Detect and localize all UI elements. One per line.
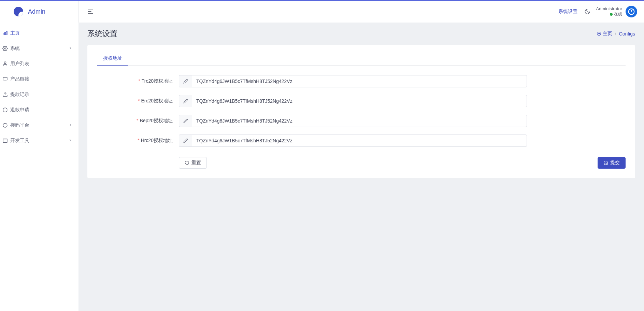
sidebar-item-refund[interactable]: 退款申请	[0, 102, 78, 117]
edit-icon	[179, 135, 192, 147]
window-icon	[2, 138, 8, 144]
sidebar-item-label: 提款记录	[10, 91, 29, 98]
form-row-bep20: *Bep20授权地址	[97, 115, 626, 127]
sidebar-item-system[interactable]: 系统	[0, 41, 78, 56]
svg-point-4	[4, 62, 6, 63]
edit-icon	[179, 95, 192, 107]
hrc20-address-input[interactable]	[192, 135, 527, 147]
trc20-address-input[interactable]	[192, 75, 527, 87]
chevron-right-icon	[68, 123, 72, 128]
theme-toggle-button[interactable]	[584, 9, 590, 15]
tab-auth-address[interactable]: 授权地址	[97, 52, 128, 66]
circle-icon	[2, 107, 8, 113]
settings-card: 授权地址 *Trc20授权地址 *Erc20授权地址	[87, 45, 635, 178]
submit-button[interactable]: 提交	[598, 157, 626, 169]
sidebar-item-product-link[interactable]: 产品链接	[0, 71, 78, 87]
form-row-hrc20: *Hrc20授权地址	[97, 135, 626, 147]
page-title: 系统设置	[87, 29, 117, 39]
sidebar-item-home[interactable]: 主页	[0, 25, 78, 41]
sidebar-item-label: 退款申请	[10, 107, 29, 113]
form-label: *Hrc20授权地址	[97, 138, 179, 144]
status-dot-online-icon	[610, 13, 613, 16]
dashboard-icon	[597, 31, 601, 36]
form-label: *Trc20授权地址	[97, 78, 179, 84]
form-row-trc20: *Trc20授权地址	[97, 75, 626, 87]
svg-rect-2	[6, 31, 7, 35]
sidebar-menu: 主页 系统 用户列表 产品链接 提款记录 退款申请	[0, 23, 78, 148]
sidebar-item-label: 产品链接	[10, 76, 29, 82]
sidebar-item-label: 主页	[10, 30, 20, 36]
svg-point-9	[3, 123, 7, 127]
brand-logo[interactable]: Admin	[0, 1, 78, 23]
sidebar: Admin 主页 系统 用户列表 产品链接 提款记录	[0, 1, 78, 311]
svg-rect-0	[3, 33, 4, 35]
user-name: Administrator	[596, 6, 622, 11]
svg-rect-5	[3, 77, 7, 80]
svg-rect-10	[3, 139, 7, 142]
menu-toggle-button[interactable]	[87, 8, 94, 15]
breadcrumb-current[interactable]: Configs	[619, 31, 635, 37]
breadcrumb: 主页 / Configs	[597, 31, 635, 37]
upload-icon	[2, 91, 8, 98]
svg-point-3	[4, 48, 6, 49]
sidebar-item-users[interactable]: 用户列表	[0, 56, 78, 71]
logo-mark-icon	[14, 7, 23, 16]
form-label: *Bep20授权地址	[97, 118, 179, 124]
sidebar-item-label: 开发工具	[10, 138, 29, 144]
gear-icon	[2, 45, 8, 52]
sidebar-item-devtools[interactable]: 开发工具	[0, 133, 78, 148]
user-icon	[2, 61, 8, 67]
circle-icon	[2, 122, 8, 128]
bep20-address-input[interactable]	[192, 115, 527, 127]
form-row-erc20: *Erc20授权地址	[97, 95, 626, 107]
avatar[interactable]	[626, 6, 637, 17]
chevron-right-icon	[68, 46, 72, 51]
chart-bar-icon	[2, 30, 8, 36]
edit-icon	[179, 115, 192, 127]
sidebar-item-label: 系统	[10, 45, 20, 52]
sidebar-item-sms[interactable]: 接码平台	[0, 117, 78, 133]
top-navbar: 系统设置 Administrator 在线	[78, 1, 644, 23]
undo-icon	[185, 160, 189, 165]
breadcrumb-separator: /	[615, 31, 616, 37]
brand-name: Admin	[28, 8, 45, 15]
edit-icon	[179, 75, 192, 87]
form-label: *Erc20授权地址	[97, 98, 179, 104]
sidebar-item-label: 用户列表	[10, 61, 29, 67]
tab-bar: 授权地址	[97, 52, 626, 66]
link-screen-icon	[2, 76, 8, 82]
save-icon	[603, 160, 608, 165]
user-menu[interactable]: Administrator 在线	[596, 6, 637, 17]
breadcrumb-home[interactable]: 主页	[597, 31, 612, 37]
reset-button[interactable]: 重置	[179, 157, 207, 169]
erc20-address-input[interactable]	[192, 95, 527, 107]
chevron-right-icon	[68, 138, 72, 143]
svg-rect-1	[5, 32, 6, 35]
nav-tab-settings[interactable]: 系统设置	[557, 9, 579, 15]
sidebar-item-withdraw[interactable]: 提款记录	[0, 87, 78, 102]
svg-point-8	[3, 108, 7, 112]
user-status: 在线	[596, 11, 622, 17]
sidebar-item-label: 接码平台	[10, 122, 29, 128]
